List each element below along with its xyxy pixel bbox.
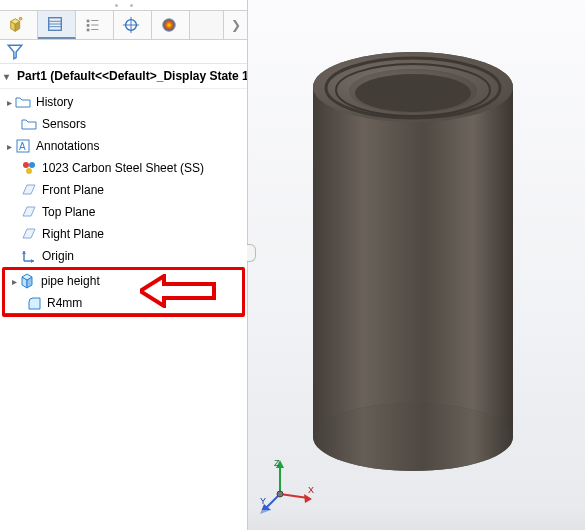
expander-icon[interactable]: ▸ (4, 141, 14, 151)
svg-point-31 (355, 74, 471, 112)
tree-node-right-plane[interactable]: Right Plane (0, 223, 247, 245)
svg-rect-7 (86, 29, 89, 32)
svg-rect-22 (313, 87, 513, 437)
chevron-right-icon: ❯ (231, 18, 241, 32)
plane-icon (20, 225, 38, 243)
svg-point-24 (313, 403, 513, 471)
node-label: pipe height (41, 274, 100, 288)
node-label: Sensors (42, 117, 86, 131)
node-label: R4mm (47, 296, 82, 310)
assembly-icon (8, 16, 26, 34)
panel-tab-strip: ❯ (0, 10, 247, 40)
tab-configuration-manager[interactable] (76, 11, 114, 39)
svg-line-33 (280, 494, 308, 498)
svg-point-18 (29, 162, 35, 168)
node-label: Origin (42, 249, 74, 263)
tree-node-origin[interactable]: Origin (0, 245, 247, 267)
annotation-arrow (140, 274, 220, 308)
tab-display-manager[interactable] (152, 11, 190, 39)
part-header[interactable]: ▾ Part1 (Default<<Default>_Display State… (0, 64, 247, 89)
tab-dimxpert[interactable] (114, 11, 152, 39)
origin-icon (20, 247, 38, 265)
fillet-icon (25, 294, 43, 312)
tree-node-sensors[interactable]: Sensors (0, 113, 247, 135)
tree-node-material[interactable]: 1023 Carbon Steel Sheet (SS) (0, 157, 247, 179)
feature-manager-panel: ❯ ▾ Part1 (Default<<Default>_Display Sta… (0, 0, 248, 530)
annotations-icon: A (14, 137, 32, 155)
list-icon (46, 15, 64, 33)
tree-node-annotations[interactable]: ▸ A Annotations (0, 135, 247, 157)
panel-splitter-handle[interactable] (247, 244, 256, 262)
extrude-icon (19, 272, 37, 290)
node-label: Right Plane (42, 227, 104, 241)
crosshair-icon (122, 16, 140, 34)
funnel-icon[interactable] (6, 43, 24, 61)
expander-icon[interactable]: ▸ (9, 276, 19, 286)
model-cylinder[interactable] (308, 45, 518, 475)
folder-icon (14, 93, 32, 111)
tab-property-manager[interactable] (38, 11, 76, 39)
svg-rect-6 (86, 24, 89, 27)
panel-grip[interactable] (0, 0, 247, 10)
svg-point-17 (23, 162, 29, 168)
expander-icon[interactable]: ▸ (4, 97, 14, 107)
axis-x-label: X (308, 485, 314, 495)
svg-rect-5 (86, 20, 89, 23)
graphics-viewport[interactable]: Z X Y (248, 0, 585, 530)
plane-icon (20, 181, 38, 199)
axis-y-label: Y (260, 496, 266, 506)
svg-point-14 (162, 19, 175, 32)
node-label: Top Plane (42, 205, 95, 219)
svg-text:A: A (19, 141, 26, 152)
tree-node-front-plane[interactable]: Front Plane (0, 179, 247, 201)
tree-node-history[interactable]: ▸ History (0, 91, 247, 113)
tab-feature-manager[interactable] (0, 11, 38, 39)
svg-point-35 (277, 491, 283, 497)
axis-z-label: Z (274, 458, 280, 468)
tree-list-icon (84, 16, 102, 34)
expander-icon[interactable]: ▾ (4, 71, 9, 81)
folder-icon (20, 115, 38, 133)
material-icon (20, 159, 38, 177)
node-label: Annotations (36, 139, 99, 153)
node-label: 1023 Carbon Steel Sheet (SS) (42, 161, 204, 175)
node-label: History (36, 95, 73, 109)
tab-overflow-chevron[interactable]: ❯ (223, 11, 247, 39)
part-title: Part1 (Default<<Default>_Display State 1 (17, 69, 247, 83)
view-triad[interactable]: Z X Y (258, 456, 318, 516)
svg-point-19 (26, 168, 32, 174)
plane-icon (20, 203, 38, 221)
node-label: Front Plane (42, 183, 104, 197)
appearance-icon (160, 16, 178, 34)
feature-filter-row (0, 40, 247, 64)
tree-node-top-plane[interactable]: Top Plane (0, 201, 247, 223)
svg-point-0 (19, 17, 22, 20)
